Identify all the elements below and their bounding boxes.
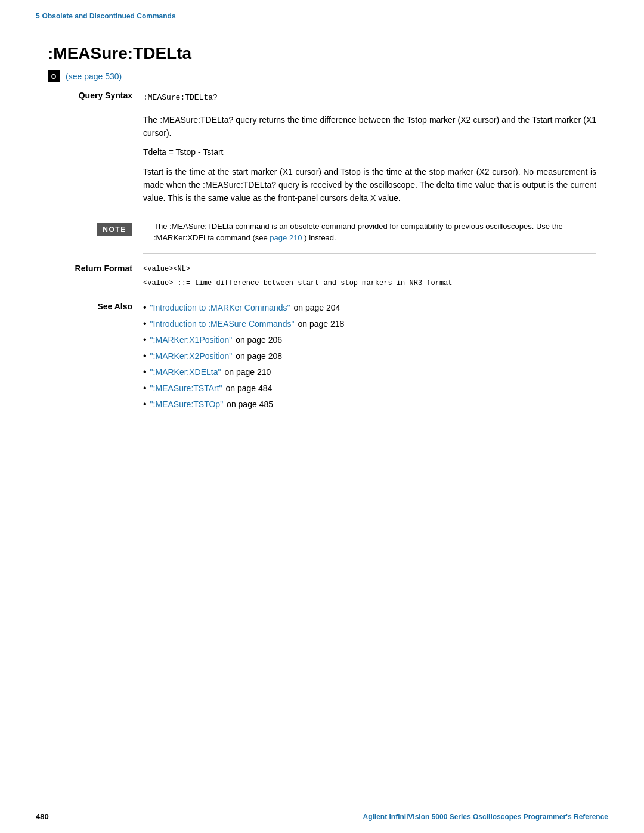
see-also-page-2: on page 206 [236,334,282,346]
content-area: :MEASure:TDELta O (see page 530) Query S… [0,26,644,460]
note-row: NOTE The :MEASure:TDELta command is an o… [48,221,596,244]
note-content: The :MEASure:TDELta command is an obsole… [154,221,596,244]
see-also-item: ":MARKer:XDELta" on page 210 [143,366,596,379]
badge-link-close: ) [119,72,122,81]
chapter-number: 5 [36,12,40,20]
obsolete-badge: O [48,70,60,82]
body-paragraph-2: Tdelta = Tstop - Tstart [143,145,596,159]
body-paragraph-3: Tstart is the time at the start marker (… [143,165,596,205]
chapter-title: Obsolete and Discontinued Commands [42,12,176,20]
see-also-page-6: on page 485 [227,398,273,411]
see-also-link-4[interactable]: ":MARKer:XDELta" [150,366,221,379]
see-also-item: ":MEASure:TSTArt" on page 484 [143,382,596,395]
see-also-list: "Introduction to :MARKer Commands" on pa… [143,302,596,411]
see-also-item: "Introduction to :MARKer Commands" on pa… [143,302,596,314]
note-text-before: The :MEASure:TDELta command is an obsole… [154,222,563,243]
note-badge: NOTE [97,223,132,236]
query-syntax-row: Query Syntax :MEASure:TDELta? [48,91,596,104]
see-also-item: ":MARKer:X2Position" on page 208 [143,350,596,363]
see-also-link-0[interactable]: "Introduction to :MARKer Commands" [150,302,290,314]
see-also-page-1: on page 218 [298,318,344,330]
see-also-page-0: on page 204 [293,302,340,314]
footer: 480 Agilent InfiniiVision 5000 Series Os… [0,806,644,821]
page-container: 5 Obsolete and Discontinued Commands :ME… [0,0,644,833]
note-link-text: page 210 [270,233,302,242]
badge-row: O (see page 530) [48,70,596,82]
return-format-content: <value><NL> <value> ::= time difference … [143,264,596,292]
body-paragraph-1: The :MEASure:TDELta? query returns the t… [143,113,596,140]
see-also-link-2[interactable]: ":MARKer:X1Position" [150,334,233,346]
see-also-label: See Also [48,302,143,311]
return-format-label: Return Format [48,264,143,273]
return-format-line1: <value><NL> [143,264,596,274]
see-also-item: ":MARKer:X1Position" on page 206 [143,334,596,346]
see-also-item: "Introduction to :MEASure Commands" on p… [143,318,596,330]
footer-document-title: Agilent InfiniiVision 5000 Series Oscill… [363,813,608,821]
section-divider [143,253,596,254]
body-content: The :MEASure:TDELta? query returns the t… [143,113,596,211]
see-also-link-3[interactable]: ":MARKer:X2Position" [150,350,233,363]
footer-page-number: 480 [36,812,49,821]
badge-link[interactable]: (see page 530) [66,72,122,81]
see-also-page-5: on page 484 [226,382,273,395]
see-also-page-4: on page 210 [224,366,271,379]
see-also-link-6[interactable]: ":MEASure:TSTOp" [150,398,224,411]
see-also-content: "Introduction to :MARKer Commands" on pa… [143,302,596,414]
see-also-item: ":MEASure:TSTOp" on page 485 [143,398,596,411]
see-also-link-5[interactable]: ":MEASure:TSTArt" [150,382,222,395]
query-syntax-content: :MEASure:TDELta? [143,91,596,104]
body-paragraphs-row: The :MEASure:TDELta? query returns the t… [48,113,596,211]
return-format-row: Return Format <value><NL> <value> ::= ti… [48,264,596,292]
command-title: :MEASure:TDELta [48,44,596,63]
query-syntax-value: :MEASure:TDELta? [143,93,218,102]
see-also-page-3: on page 208 [236,350,282,363]
return-format-line2: <value> ::= time difference between star… [143,278,596,289]
note-text-after: ) instead. [304,233,336,242]
see-also-row: See Also "Introduction to :MARKer Comman… [48,302,596,414]
badge-link-text: (see [66,72,84,81]
header-bar: 5 Obsolete and Discontinued Commands [0,0,644,26]
note-page-link[interactable]: page 210 [270,233,302,242]
query-syntax-label: Query Syntax [48,91,143,100]
see-also-link-1[interactable]: "Introduction to :MEASure Commands" [150,318,295,330]
page-530-link[interactable]: page 530 [84,72,119,81]
